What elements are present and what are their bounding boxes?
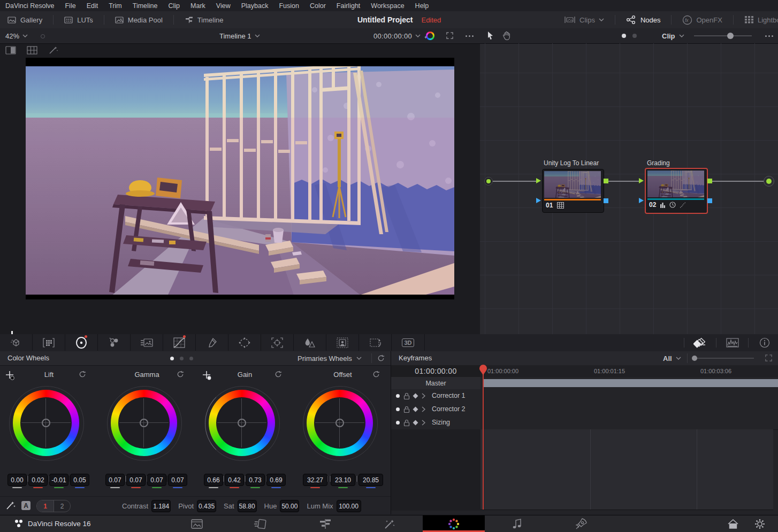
keyframes-view-toggle[interactable]	[684, 334, 716, 351]
lock-icon[interactable]	[403, 392, 410, 400]
wheel-center-handle[interactable]	[335, 419, 344, 427]
curves-tab[interactable]	[163, 334, 196, 351]
keyframe-track-sizing[interactable]: Sizing	[391, 416, 778, 430]
node-output-key[interactable]	[604, 198, 608, 203]
lightbox-button[interactable]: Lightbox	[741, 11, 778, 28]
node-view-dot-active[interactable]	[622, 34, 626, 38]
wheel-center-handle[interactable]	[238, 419, 246, 427]
magic-wand-icon[interactable]	[48, 45, 59, 55]
color-match-tab[interactable]	[33, 334, 65, 351]
openfx-button[interactable]: fx OpenFX	[679, 11, 725, 28]
enhanced-viewer-icon[interactable]: +	[426, 32, 434, 40]
tab-page-1[interactable]: 1	[37, 500, 54, 512]
lock-icon[interactable]	[403, 406, 410, 413]
camera-raw-tab[interactable]	[0, 334, 33, 351]
info-toggle[interactable]	[749, 334, 778, 351]
corrector-node-01[interactable]: 01	[542, 169, 604, 213]
hdr-wheels-tab[interactable]	[98, 334, 131, 351]
gain-red-value[interactable]: 0.42	[225, 474, 244, 486]
stereo-3d-tab[interactable]: 3D	[392, 334, 425, 351]
menu-color[interactable]: Color	[304, 2, 331, 10]
offset-blue-value[interactable]: 20.85	[359, 474, 383, 486]
wheel-center-handle[interactable]	[140, 419, 148, 427]
gamma-red-value[interactable]: 0.07	[126, 474, 146, 486]
video-canvas[interactable]	[26, 58, 454, 299]
chevron-right-icon[interactable]	[422, 420, 425, 426]
lift-blue-value[interactable]: 0.05	[70, 474, 89, 486]
keyframes-filter-select[interactable]: All	[663, 351, 681, 365]
project-home-button[interactable]	[723, 517, 743, 531]
lift-reset-icon[interactable]	[78, 370, 87, 379]
gain-master-value[interactable]: 0.66	[204, 474, 223, 486]
page-dot[interactable]	[189, 357, 193, 360]
key-tab[interactable]	[326, 334, 359, 351]
keyframes-ruler[interactable]: 01:00:00:00 01:00:01:15 01:00:03:06	[480, 365, 778, 377]
gallery-button[interactable]: Gallery	[4, 11, 45, 28]
menu-timeline[interactable]: Timeline	[127, 2, 163, 10]
media-pool-button[interactable]: Media Pool	[112, 11, 166, 28]
expand-viewer-icon[interactable]	[446, 32, 454, 40]
pointer-tool-icon[interactable]	[486, 31, 494, 40]
node-input-key[interactable]	[536, 198, 541, 203]
gamma-blue-value[interactable]: 0.07	[168, 474, 187, 486]
keyframes-playhead-marker[interactable]	[479, 365, 487, 375]
offset-reset-icon[interactable]	[372, 370, 380, 379]
node-input-key[interactable]	[639, 198, 644, 203]
offset-red-value[interactable]: 32.27	[303, 474, 327, 486]
reset-all-icon[interactable]	[377, 354, 385, 363]
deliver-page-button[interactable]	[571, 517, 591, 531]
menu-workspace[interactable]: Workspace	[365, 2, 409, 10]
chevron-right-icon[interactable]	[422, 406, 425, 412]
lift-red-value[interactable]: 0.02	[28, 474, 48, 486]
keyframe-diamond-icon[interactable]	[413, 394, 418, 399]
pan-tool-icon[interactable]	[502, 31, 511, 40]
menu-clip[interactable]: Clip	[163, 2, 186, 10]
track-enable-dot[interactable]	[396, 407, 400, 411]
menu-mark[interactable]: Mark	[185, 2, 211, 10]
contrast-value[interactable]: 1.184	[151, 500, 171, 512]
split-screen-icon[interactable]	[5, 46, 16, 55]
source-node[interactable]	[484, 177, 493, 186]
grid-view-icon[interactable]	[27, 46, 37, 55]
sizing-tab[interactable]	[359, 334, 392, 351]
gamma-wheel[interactable]	[107, 386, 181, 460]
menu-playback[interactable]: Playback	[236, 2, 274, 10]
fairlight-page-button[interactable]	[508, 517, 527, 531]
page-dot[interactable]	[180, 357, 184, 360]
edit-page-button[interactable]	[316, 517, 335, 531]
clips-button[interactable]: Clips	[561, 11, 607, 28]
nodes-button[interactable]: Nodes	[623, 11, 664, 28]
settings-gear-button[interactable]	[750, 517, 769, 531]
sat-value[interactable]: 58.80	[238, 500, 257, 512]
keyframe-diamond-icon[interactable]	[413, 420, 418, 426]
qualifier-tab[interactable]	[196, 334, 228, 351]
offset-wheel[interactable]	[303, 386, 377, 460]
media-page-button[interactable]	[187, 517, 207, 531]
power-window-tab[interactable]	[228, 334, 261, 351]
master-track-bar[interactable]	[484, 379, 778, 387]
gain-reset-icon[interactable]	[274, 370, 283, 379]
gamma-reset-icon[interactable]	[176, 370, 185, 379]
menu-help[interactable]: Help	[410, 2, 434, 10]
gain-green-value[interactable]: 0.73	[246, 474, 265, 486]
scopes-view-toggle[interactable]	[716, 334, 749, 351]
lum-mix-value[interactable]: 100.00	[337, 500, 361, 512]
node-output-key[interactable]	[707, 198, 712, 203]
cut-page-button[interactable]	[251, 517, 270, 531]
node-graph-canvas[interactable]: Unity Log To Linear 01 Grading	[480, 43, 778, 334]
color-page-button[interactable]	[444, 517, 463, 531]
node-mode-select[interactable]: Clip	[662, 28, 684, 43]
gamma-green-value[interactable]: 0.07	[147, 474, 166, 486]
fusion-page-button[interactable]	[380, 517, 399, 531]
keyframe-track-corrector1[interactable]: Corrector 1	[391, 389, 778, 403]
viewer-zoom-select[interactable]: 42%	[5, 28, 28, 43]
menu-edit[interactable]: Edit	[81, 2, 104, 10]
lift-wheel[interactable]	[9, 386, 83, 460]
track-enable-dot[interactable]	[396, 421, 400, 425]
motion-effects-tab[interactable]	[131, 334, 163, 351]
node-output-rgb[interactable]	[604, 179, 608, 183]
page-dot-active[interactable]	[170, 357, 174, 360]
gain-blue-value[interactable]: 0.69	[266, 474, 286, 486]
luts-button[interactable]: LUTs	[61, 11, 96, 28]
corrector-node-02[interactable]: 02	[645, 168, 708, 214]
